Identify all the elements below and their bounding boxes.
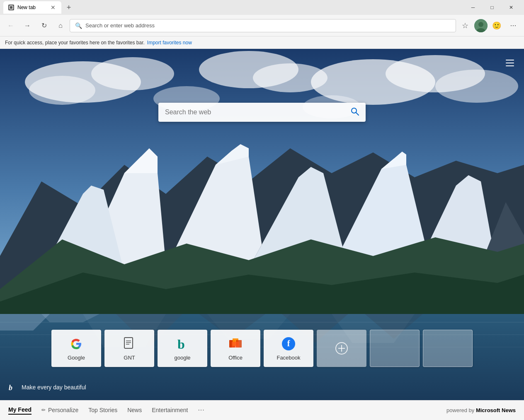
- quick-link-google-label: Google: [68, 355, 85, 361]
- quick-link-add[interactable]: [317, 330, 366, 367]
- google-icon: [69, 336, 84, 351]
- quick-link-office[interactable]: Office: [211, 330, 260, 367]
- title-bar: New tab ✕ + ─ □ ✕: [0, 0, 524, 15]
- svg-rect-0: [10, 6, 13, 9]
- favorite-button[interactable]: ☆: [458, 18, 473, 33]
- search-box[interactable]: [158, 103, 366, 122]
- tab-title: New tab: [17, 5, 36, 10]
- quick-link-bing-label: google: [174, 355, 190, 361]
- bing-watermark: b Make every day beautiful: [8, 383, 86, 392]
- tab-entertainment-label: Entertainment: [152, 407, 188, 413]
- import-favorites-link[interactable]: Import favorites now: [147, 40, 192, 46]
- pencil-icon: ✏: [41, 407, 46, 413]
- quick-link-office-label: Office: [228, 355, 243, 361]
- emoji-button[interactable]: 🙂: [489, 18, 504, 33]
- quick-link-gnt-label: GNT: [124, 355, 135, 361]
- svg-text:b: b: [177, 337, 185, 351]
- tab-personalize[interactable]: ✏ Personalize: [41, 407, 78, 414]
- quick-link-gnt[interactable]: GNT: [104, 330, 154, 367]
- gnt-icon: [122, 336, 137, 351]
- svg-point-12: [435, 70, 518, 103]
- svg-point-2: [478, 22, 483, 27]
- quick-link-blank-2[interactable]: [423, 330, 473, 367]
- quick-link-bing[interactable]: b google: [158, 330, 207, 367]
- quick-links: Google GNT b google: [51, 330, 473, 367]
- tab-topstories-label: Top Stories: [88, 407, 117, 413]
- add-icon: [334, 341, 349, 356]
- office-icon: [228, 336, 243, 351]
- more-button[interactable]: ···: [506, 18, 521, 33]
- search-input[interactable]: [165, 109, 347, 116]
- hamburger-line: [506, 63, 514, 63]
- facebook-logo: f: [282, 337, 295, 350]
- tab-myfeed-label: My Feed: [8, 406, 32, 413]
- quick-link-facebook[interactable]: f Facebook: [264, 330, 313, 367]
- quick-link-blank-1[interactable]: [370, 330, 420, 367]
- back-button[interactable]: ←: [3, 18, 18, 33]
- tab-news-label: News: [127, 407, 142, 413]
- tab-topstories[interactable]: Top Stories: [88, 407, 117, 414]
- tab-personalize-label: Personalize: [48, 407, 78, 413]
- search-container: [158, 103, 366, 122]
- favorites-bar-text: For quick access, place your favorites h…: [5, 40, 145, 46]
- svg-rect-57: [232, 342, 239, 348]
- search-icon: 🔍: [75, 22, 82, 29]
- svg-point-47: [352, 108, 357, 113]
- tab-myfeed[interactable]: My Feed: [8, 406, 32, 415]
- hamburger-menu-button[interactable]: [502, 56, 517, 70]
- close-button[interactable]: ✕: [502, 0, 521, 15]
- news-tabs: My Feed ✏ Personalize Top Stories News E…: [8, 406, 205, 415]
- browser-tab[interactable]: New tab ✕: [3, 1, 61, 14]
- avatar[interactable]: [474, 19, 488, 32]
- tab-news[interactable]: News: [127, 407, 142, 414]
- tab-more[interactable]: ···: [198, 406, 204, 415]
- search-button[interactable]: [351, 107, 359, 118]
- svg-text:b: b: [9, 384, 12, 392]
- watermark-tagline: Make every day beautiful: [22, 384, 86, 391]
- tab-icon: [8, 5, 14, 10]
- address-input[interactable]: 🔍 Search or enter web address: [70, 19, 456, 32]
- refresh-button[interactable]: ↻: [36, 18, 51, 33]
- maximize-button[interactable]: □: [483, 0, 502, 15]
- address-text: Search or enter web address: [85, 22, 155, 29]
- home-button[interactable]: ⌂: [53, 18, 68, 33]
- bing-logo-icon: b: [8, 383, 17, 392]
- news-bar: My Feed ✏ Personalize Top Stories News E…: [0, 400, 524, 420]
- address-bar: ← → ↻ ⌂ 🔍 Search or enter web address ☆ …: [0, 15, 524, 36]
- quick-link-facebook-label: Facebook: [277, 355, 300, 361]
- tab-close-button[interactable]: ✕: [50, 4, 56, 11]
- bing-icon: b: [175, 336, 190, 351]
- tab-entertainment[interactable]: Entertainment: [152, 407, 188, 414]
- svg-point-7: [29, 76, 95, 105]
- facebook-icon: f: [281, 336, 296, 351]
- svg-rect-49: [124, 338, 133, 348]
- favorites-bar: For quick access, place your favorites h…: [0, 36, 524, 49]
- quick-link-google[interactable]: Google: [51, 330, 101, 367]
- forward-button[interactable]: →: [20, 18, 35, 33]
- svg-point-6: [91, 57, 174, 90]
- news-powered: powered by Microsoft News: [446, 407, 516, 413]
- hamburger-line: [506, 60, 514, 60]
- new-tab-button[interactable]: +: [63, 2, 75, 13]
- more-tabs-icon: ···: [198, 406, 204, 414]
- window-controls: ─ □ ✕: [463, 0, 521, 15]
- main-content: Google GNT b google: [0, 49, 524, 400]
- svg-line-48: [356, 113, 359, 115]
- minimize-button[interactable]: ─: [463, 0, 483, 15]
- hamburger-line: [506, 65, 514, 66]
